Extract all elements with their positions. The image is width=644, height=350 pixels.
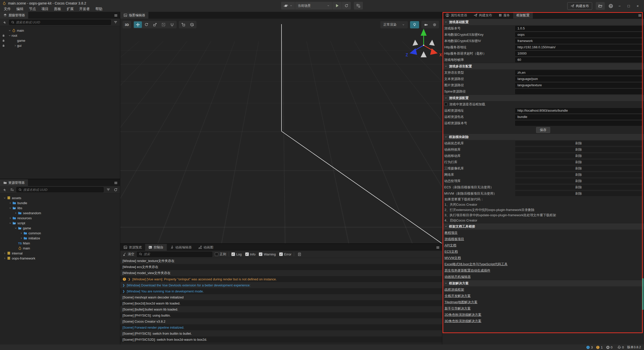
doc-link[interactable]: Tiledmap地图解决方案 xyxy=(445,300,477,304)
console-search-input[interactable] xyxy=(144,252,210,256)
filter-log-checkbox[interactable]: ✓Log xyxy=(231,252,242,256)
field-input[interactable] xyxy=(515,121,642,126)
filter-icon[interactable] xyxy=(105,187,111,193)
doc-link[interactable]: 教程项目 xyxy=(445,231,458,235)
status-warning-count[interactable]: 1 xyxy=(596,345,602,349)
section-header[interactable]: 框架模块剔除 xyxy=(442,134,644,140)
doc-link[interactable]: 战棋游戏框架 xyxy=(445,287,464,292)
menu-item[interactable]: 文件 xyxy=(1,6,14,12)
doc-link[interactable]: ECS文档 xyxy=(445,249,458,254)
doc-link[interactable]: MVVM文档 xyxy=(445,256,461,260)
cull-button[interactable]: 剔除 xyxy=(515,160,642,165)
tool-snap-button[interactable] xyxy=(179,21,187,28)
minimize-button[interactable]: − xyxy=(617,4,622,8)
expander-toggle[interactable] xyxy=(3,256,7,260)
tree-row[interactable]: common xyxy=(0,231,120,236)
expander-toggle[interactable] xyxy=(8,206,12,210)
create-asset-button[interactable] xyxy=(2,187,7,193)
tool-gizmo-cube-button[interactable] xyxy=(188,21,196,28)
status-notifications[interactable]: 0 xyxy=(617,345,624,349)
remote-load-checkbox[interactable] xyxy=(444,103,448,106)
scene-camera-button[interactable] xyxy=(422,21,430,28)
menu-item[interactable]: 项目 xyxy=(39,6,51,12)
menu-item[interactable]: 帮助 xyxy=(93,6,105,12)
menu-item[interactable]: 面板 xyxy=(51,6,64,12)
tree-row[interactable]: gui xyxy=(0,43,120,48)
section-header[interactable]: 框架解决方案 xyxy=(442,280,644,286)
doc-link[interactable]: 游戏模板项目 xyxy=(445,237,464,241)
expander-toggle[interactable] xyxy=(8,33,12,37)
export-log-icon[interactable] xyxy=(297,251,302,257)
tool-move-button[interactable] xyxy=(134,21,142,28)
tree-row[interactable]: main xyxy=(0,28,120,33)
doc-link[interactable]: 3D角色扮演游戏解决方案 xyxy=(445,319,481,323)
tree-row[interactable]: seedrandom xyxy=(0,210,120,215)
expander-toggle[interactable] xyxy=(13,43,17,48)
tab-hierarchy[interactable]: 层级管理器 xyxy=(0,12,28,19)
tab-动画编辑器[interactable]: 动画编辑器 xyxy=(167,244,195,251)
expander-toggle[interactable] xyxy=(3,196,7,200)
assets-search-input[interactable] xyxy=(23,188,102,192)
preview-platform-select[interactable] xyxy=(281,2,295,10)
section-header[interactable]: 框架文档工具链接 xyxy=(442,223,644,230)
expander-toggle[interactable] xyxy=(8,216,12,220)
filter-icon[interactable] xyxy=(113,20,118,25)
section-header[interactable]: 游戏资源配置 xyxy=(442,95,644,101)
preview-qr-button[interactable] xyxy=(354,2,363,10)
tool-anchor-button[interactable] xyxy=(168,21,176,28)
tab-资源预览[interactable]: 资源预览 xyxy=(120,244,145,251)
field-input[interactable] xyxy=(515,51,642,56)
tree-row[interactable]: TSMain xyxy=(0,241,120,246)
tree-row[interactable]: assets xyxy=(0,195,120,200)
expand-chevron-icon[interactable]: ❯ xyxy=(123,284,125,287)
menu-item[interactable]: 开发者 xyxy=(76,6,93,12)
toggle-3d-button[interactable]: 3D xyxy=(123,21,131,28)
scene-select[interactable]: 当前场景 xyxy=(295,2,333,10)
field-input[interactable] xyxy=(515,83,642,88)
tab-scene-editor[interactable]: 场景编辑器 xyxy=(120,12,148,19)
hamburger-menu-icon[interactable] xyxy=(114,181,118,185)
play-button[interactable] xyxy=(333,2,342,10)
regex-checkbox[interactable]: 正则 xyxy=(215,252,226,256)
expander-toggle[interactable] xyxy=(14,211,18,215)
menu-item[interactable]: 编辑 xyxy=(14,6,26,12)
field-input[interactable] xyxy=(515,70,642,75)
cull-button[interactable]: 剔除 xyxy=(515,172,642,177)
field-input[interactable] xyxy=(515,114,642,119)
field-input[interactable] xyxy=(515,38,642,43)
expander-toggle[interactable] xyxy=(8,201,12,205)
build-publish-button[interactable]: 构建发布 xyxy=(567,2,592,10)
expander-toggle[interactable] xyxy=(3,251,7,255)
cull-button[interactable]: 剔除 xyxy=(515,191,642,196)
tree-row[interactable]: initialize xyxy=(0,236,120,241)
open-project-folder-button[interactable] xyxy=(596,2,605,10)
tab-框架配置[interactable]: 框架配置 xyxy=(513,12,533,19)
tree-row[interactable]: root xyxy=(0,33,120,38)
scene-viewport[interactable]: 3D 正常渲染 xyxy=(120,19,442,243)
doc-link[interactable]: 原生包热更新配置自动生成插件 xyxy=(445,268,490,273)
expand-chevron-icon[interactable]: ❯ xyxy=(128,278,131,281)
filter-info-checkbox[interactable]: ✓Info xyxy=(245,252,256,256)
filter-error-checkbox[interactable]: ✓Error xyxy=(279,252,291,256)
tab-动画图[interactable]: 动画图 xyxy=(195,244,217,251)
hierarchy-search-input[interactable] xyxy=(16,21,109,24)
tree-row[interactable]: libs xyxy=(0,205,120,210)
maximize-button[interactable]: □ xyxy=(626,4,631,8)
cull-button[interactable]: 剔除 xyxy=(515,147,642,152)
console-clear-button[interactable]: 清空 xyxy=(123,252,134,256)
section-header[interactable]: 游戏基础配置 xyxy=(442,19,644,25)
refresh-assets-icon[interactable] xyxy=(113,187,118,193)
help-button[interactable]: ? xyxy=(608,4,613,9)
doc-link[interactable]: 全栈开发解决方案 xyxy=(445,294,471,298)
cull-button[interactable]: 剔除 xyxy=(515,179,642,184)
doc-link[interactable]: 2D角色扮演游戏解决方案 xyxy=(445,313,481,317)
sort-assets-icon[interactable] xyxy=(9,187,15,193)
tool-rotate-button[interactable] xyxy=(142,21,150,28)
tree-row[interactable]: main xyxy=(0,246,120,251)
menu-item[interactable]: 节点 xyxy=(26,6,39,12)
field-input[interactable] xyxy=(515,45,642,50)
tree-row[interactable]: game xyxy=(0,226,120,231)
doc-link[interactable]: Excel格式转Json文件与TypeScript代码工具 xyxy=(445,262,508,267)
hamburger-menu-icon[interactable] xyxy=(638,14,642,17)
tree-row[interactable]: oops-framework xyxy=(0,256,120,261)
